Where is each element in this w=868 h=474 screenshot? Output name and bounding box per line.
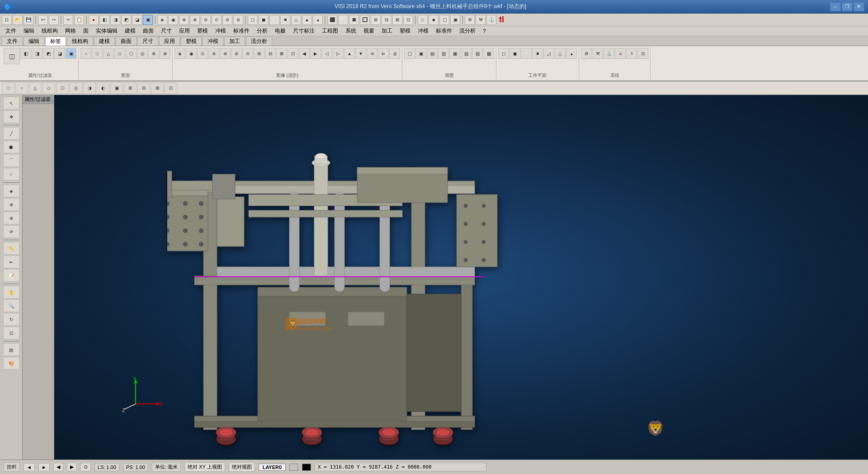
wp-btn-7[interactable]: ▴ bbox=[566, 48, 577, 59]
view-btn-3[interactable]: ▢ bbox=[439, 15, 449, 25]
system-btn-1[interactable]: ⚙ bbox=[465, 15, 475, 25]
view-t-1[interactable]: ▢ bbox=[404, 48, 415, 59]
view-t-3[interactable]: ▤ bbox=[427, 48, 438, 59]
snap-btn[interactable]: 绝对 XY 上视图 bbox=[184, 462, 225, 472]
toolbar-btn-18[interactable]: ◾ bbox=[280, 15, 290, 25]
r2-btn-3[interactable]: △ bbox=[29, 82, 42, 94]
img-adv-10[interactable]: ⊠ bbox=[276, 48, 287, 59]
view-t-8[interactable]: ▩ bbox=[483, 48, 494, 59]
menu-mesh[interactable]: 网格 bbox=[61, 26, 80, 36]
status-btn-5[interactable]: ⊙ bbox=[80, 463, 91, 471]
sys-btn-4[interactable]: ⚔ bbox=[615, 48, 626, 59]
toolbar-btn-12[interactable]: ⊙ bbox=[212, 15, 222, 25]
side-btn-rotate[interactable]: ↻ bbox=[3, 313, 19, 326]
side-btn-select[interactable]: ↖ bbox=[3, 97, 19, 109]
r2-btn-10[interactable]: ⊞ bbox=[124, 82, 137, 94]
menu-mold[interactable]: 塑模 bbox=[193, 26, 212, 36]
status-btn-1[interactable]: ◄ bbox=[24, 463, 35, 471]
wp-btn-3[interactable]: ◽ bbox=[521, 48, 532, 59]
close-button[interactable]: ✕ bbox=[854, 2, 864, 11]
img-adv-5[interactable]: ⊛ bbox=[220, 48, 231, 59]
toolbar-btn-14[interactable]: ⊚ bbox=[233, 15, 243, 25]
menu-standard[interactable]: 标准件 bbox=[230, 26, 253, 36]
r2-btn-1[interactable]: □ bbox=[2, 82, 14, 94]
r2-btn-4[interactable]: ◇ bbox=[42, 82, 55, 94]
maximize-button[interactable]: ❐ bbox=[842, 2, 853, 11]
side-btn-move[interactable]: ✥ bbox=[3, 110, 19, 123]
toolbar-btn-9[interactable]: ⊕ bbox=[179, 15, 189, 25]
tab-press[interactable]: 冲模 bbox=[203, 37, 223, 46]
wp-btn-2[interactable]: ◼ bbox=[509, 48, 520, 59]
tab-machining[interactable]: 加工 bbox=[224, 37, 245, 46]
tab-apply[interactable]: 应用 bbox=[159, 37, 180, 46]
side-btn-pan[interactable]: ✋ bbox=[3, 286, 19, 299]
toolbar-btn-16[interactable]: ◼ bbox=[259, 15, 269, 25]
img-adv-6[interactable]: ⊜ bbox=[231, 48, 242, 59]
r2-btn-7[interactable]: ◑ bbox=[83, 82, 96, 94]
view-t-7[interactable]: ▨ bbox=[472, 48, 483, 59]
view-t-2[interactable]: ▣ bbox=[415, 48, 426, 59]
viewport[interactable]: 超滤资料网 www.chaolvcailiao.com 🦁 Y X Z bbox=[54, 95, 868, 460]
menu-help[interactable]: ? bbox=[479, 27, 490, 35]
filter-btn-2[interactable]: ◧ bbox=[20, 48, 31, 59]
img-adv-13[interactable]: ▶ bbox=[310, 48, 321, 59]
toolbar-btn-21[interactable]: ▴ bbox=[313, 15, 323, 25]
menu-model[interactable]: 建模 bbox=[121, 26, 139, 36]
img-adv-18[interactable]: ⊲ bbox=[367, 48, 377, 59]
side-btn-arc[interactable]: ⌒ bbox=[3, 154, 19, 167]
toolbar-btn-7[interactable]: ◈ bbox=[157, 15, 167, 25]
r2-btn-13[interactable]: ⊡ bbox=[165, 82, 177, 94]
tab-surface[interactable]: 曲面 bbox=[116, 37, 137, 46]
img-adv-20[interactable]: ⊴ bbox=[389, 48, 400, 59]
menu-std2[interactable]: 标准件 bbox=[432, 26, 456, 36]
side-btn-revolve[interactable]: ⊗ bbox=[3, 212, 19, 224]
shape-btn-2[interactable]: □ bbox=[92, 48, 103, 59]
sys-btn-2[interactable]: ⚒ bbox=[592, 48, 603, 59]
img-btn-5[interactable]: ⊞ bbox=[371, 15, 381, 25]
filter-btn-4[interactable]: ◩ bbox=[43, 48, 54, 59]
menu-press2[interactable]: 冲模 bbox=[414, 26, 432, 36]
shape-btn-6[interactable]: ◎ bbox=[137, 48, 148, 59]
side-btn-solid[interactable]: ◈ bbox=[3, 185, 19, 197]
shape-btn-3[interactable]: △ bbox=[103, 48, 114, 59]
img-adv-3[interactable]: ⊙ bbox=[197, 48, 208, 59]
abs-view-btn[interactable]: 绝对视图 bbox=[229, 462, 255, 472]
menu-press[interactable]: 冲模 bbox=[212, 26, 230, 36]
toolbar-btn-13[interactable]: ⊘ bbox=[222, 15, 232, 25]
menu-mold2[interactable]: 塑模 bbox=[396, 26, 414, 36]
img-adv-2[interactable]: ◉ bbox=[186, 48, 197, 59]
tab-label[interactable]: 标签 bbox=[45, 37, 66, 46]
menu-edit[interactable]: 编辑 bbox=[20, 26, 38, 36]
toolbar-btn-5[interactable]: ◪ bbox=[132, 15, 142, 25]
r2-btn-6[interactable]: ◎ bbox=[70, 82, 82, 94]
filter-btn-5[interactable]: ◪ bbox=[54, 48, 65, 59]
img-adv-17[interactable]: ▼ bbox=[355, 48, 366, 59]
shape-btn-5[interactable]: ⬡ bbox=[126, 48, 137, 59]
view-t-5[interactable]: ▦ bbox=[449, 48, 460, 59]
r2-btn-9[interactable]: ▣ bbox=[110, 82, 123, 94]
toolbar-btn-17[interactable]: ◽ bbox=[269, 15, 279, 25]
img-adv-1[interactable]: ◈ bbox=[175, 48, 185, 59]
menu-system[interactable]: 系统 bbox=[342, 26, 360, 36]
sys-btn-3[interactable]: ⚓ bbox=[604, 48, 614, 59]
img-adv-4[interactable]: ⊚ bbox=[208, 48, 219, 59]
filter-btn-6[interactable]: ▣ bbox=[66, 48, 76, 59]
menu-drawing[interactable]: 工程图 bbox=[318, 26, 342, 36]
copy-btn[interactable]: 📋 bbox=[74, 15, 84, 25]
system-btn-3[interactable]: ⚓ bbox=[486, 15, 496, 25]
open-file-btn[interactable]: 📂 bbox=[13, 15, 23, 25]
img-btn-1[interactable]: ⬛ bbox=[327, 15, 337, 25]
status-btn-3[interactable]: ◀ bbox=[53, 463, 63, 471]
menu-dim-note[interactable]: 尺寸标注 bbox=[289, 26, 318, 36]
r2-btn-2[interactable]: ○ bbox=[15, 82, 28, 94]
menu-machining[interactable]: 加工 bbox=[378, 26, 396, 36]
img-adv-14[interactable]: ◁ bbox=[321, 48, 332, 59]
shape-btn-4[interactable]: ◇ bbox=[114, 48, 125, 59]
undo-btn[interactable]: ↩ bbox=[38, 15, 48, 25]
menu-solid-edit[interactable]: 实体编辑 bbox=[92, 26, 121, 36]
menu-analysis[interactable]: 分析 bbox=[253, 26, 271, 36]
filter-btn-3[interactable]: ◨ bbox=[32, 48, 42, 59]
status-btn-2[interactable]: ► bbox=[38, 463, 50, 471]
wp-btn-6[interactable]: △ bbox=[555, 48, 566, 59]
toolbar-btn-15[interactable]: ◻ bbox=[248, 15, 258, 25]
